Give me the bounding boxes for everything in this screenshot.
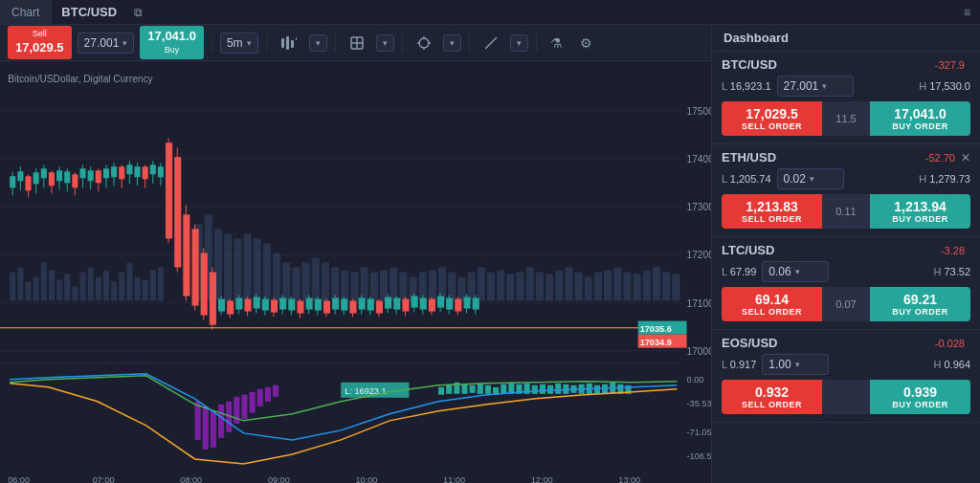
line-dropdown[interactable]: ▾ <box>510 34 528 52</box>
flask-button[interactable]: ⚗ <box>545 33 568 54</box>
btcusd-sell-label: SELL ORDER <box>742 121 802 131</box>
svg-rect-106 <box>41 168 47 178</box>
svg-rect-58 <box>302 262 310 300</box>
svg-rect-228 <box>250 392 256 413</box>
ltcusd-price-dropdown[interactable]: 0.06 ▾ <box>762 261 829 282</box>
svg-rect-253 <box>602 384 608 394</box>
svg-text:17034.9: 17034.9 <box>640 338 672 347</box>
ethusd-close[interactable]: ✕ <box>961 151 970 165</box>
detach-icon[interactable]: ⧉ <box>126 6 150 19</box>
btcusd-price: 27.001 <box>784 79 819 93</box>
svg-rect-83 <box>546 274 553 301</box>
svg-text:06:00: 06:00 <box>8 475 30 483</box>
ethusd-buy-button[interactable]: 1,213.94 BUY ORDER <box>870 194 970 229</box>
svg-rect-160 <box>262 299 269 311</box>
svg-rect-130 <box>134 166 140 177</box>
buy-price: 17,041.0 <box>147 29 196 45</box>
svg-rect-150 <box>218 299 225 312</box>
crosshair-button[interactable] <box>411 33 437 54</box>
btcusd-name: BTC/USD <box>722 57 935 72</box>
ethusd-sell-price: 1,213.83 <box>746 199 798 214</box>
chart-canvas[interactable]: 17500.0 17400 17300 17200 17100 17000 Bi… <box>0 61 711 483</box>
svg-rect-77 <box>487 273 495 301</box>
buy-label: Buy <box>165 45 180 56</box>
svg-rect-56 <box>282 262 290 300</box>
ltcusd-sell-button[interactable]: 69.14 SELL ORDER <box>722 287 822 321</box>
svg-rect-190 <box>393 298 400 310</box>
svg-rect-164 <box>279 298 286 310</box>
ltcusd-low: L 67.99 <box>722 266 756 277</box>
svg-point-7 <box>419 38 429 48</box>
svg-rect-85 <box>565 267 572 300</box>
ltcusd-buy-button[interactable]: 69.21 BUY ORDER <box>870 287 970 321</box>
price-dropdown[interactable]: 27.001 ▾ <box>78 33 135 54</box>
svg-rect-52 <box>243 233 251 300</box>
svg-rect-80 <box>516 273 523 301</box>
svg-rect-53 <box>254 238 261 300</box>
eosusd-sell-button[interactable]: 0.932 SELL ORDER <box>722 380 822 414</box>
svg-text:09:00: 09:00 <box>268 475 290 483</box>
svg-rect-238 <box>485 385 491 394</box>
svg-rect-188 <box>385 297 391 309</box>
svg-rect-178 <box>341 299 347 311</box>
svg-rect-202 <box>446 298 453 310</box>
svg-rect-71 <box>429 270 436 300</box>
eosusd-buy-button[interactable]: 0.939 BUY ORDER <box>870 380 970 414</box>
svg-rect-235 <box>461 384 467 394</box>
settings-button[interactable]: ⚙ <box>574 33 598 54</box>
ethusd-buttons: 1,213.83 SELL ORDER 0.11 1,213.94 BUY OR… <box>722 194 970 229</box>
btcusd-card: BTC/USD -327.9 L 16,923.1 27.001 ▾ H 17,… <box>712 52 980 144</box>
draw-dropdown[interactable]: ▾ <box>376 34 394 52</box>
ethusd-low: L 1,205.74 <box>722 173 771 185</box>
svg-text:17400: 17400 <box>687 154 711 165</box>
svg-rect-35 <box>72 287 78 301</box>
svg-rect-120 <box>96 170 101 183</box>
sell-label: Sell <box>33 29 47 40</box>
indicators-dropdown[interactable]: ▾ <box>309 34 327 52</box>
btcusd-buy-price: 17,041.0 <box>894 106 947 121</box>
btcusd-buy-button[interactable]: 17,041.0 BUY ORDER <box>870 101 970 136</box>
price-value: 27.001 <box>84 36 120 50</box>
ethusd-spread: 0.11 <box>822 194 870 229</box>
svg-rect-138 <box>166 143 172 238</box>
buy-button[interactable]: 17,041.0 Buy <box>140 26 204 59</box>
svg-rect-40 <box>111 282 117 301</box>
indicators-button[interactable] <box>275 33 303 54</box>
svg-rect-95 <box>662 273 670 301</box>
draw-button[interactable] <box>344 33 370 54</box>
svg-text:17500.0: 17500.0 <box>687 106 711 117</box>
crosshair-dropdown[interactable]: ▾ <box>443 34 461 52</box>
ltcusd-sell-label: SELL ORDER <box>742 307 802 317</box>
eosusd-low: L 0.917 <box>722 359 756 370</box>
svg-rect-196 <box>420 298 427 310</box>
chart-tab[interactable]: Chart <box>0 0 52 24</box>
timeframe-dropdown[interactable]: 5m ▾ <box>220 33 258 54</box>
chart-toolbar: Sell 17,029.5 27.001 ▾ 17,041.0 Buy 5m ▾ <box>0 25 711 61</box>
btcusd-sell-button[interactable]: 17,029.5 SELL ORDER <box>722 101 822 136</box>
ltcusd-row: L 67.99 0.06 ▾ H 73.52 <box>722 261 970 282</box>
eosusd-price-dropdown[interactable]: 1.00 ▾ <box>762 354 829 375</box>
btcusd-sell-price: 17,029.5 <box>746 106 798 121</box>
eosusd-card: EOS/USD -0.028 L 0.917 1.00 ▾ H 0.964 0.… <box>712 330 980 423</box>
svg-rect-76 <box>478 267 485 300</box>
chart-area: Sell 17,029.5 27.001 ▾ 17,041.0 Buy 5m ▾ <box>0 25 712 483</box>
eosusd-sell-label: SELL ORDER <box>742 400 802 409</box>
svg-rect-38 <box>96 277 101 301</box>
svg-rect-230 <box>265 387 271 402</box>
ethusd-sell-button[interactable]: 1,213.83 SELL ORDER <box>722 194 822 229</box>
ethusd-price-dropdown[interactable]: 0.02 ▾ <box>777 168 844 189</box>
svg-rect-116 <box>79 168 85 178</box>
svg-rect-112 <box>64 171 70 183</box>
svg-rect-88 <box>594 273 602 301</box>
svg-rect-114 <box>72 174 78 187</box>
eosusd-spread <box>822 380 870 414</box>
svg-rect-33 <box>56 280 62 301</box>
svg-rect-148 <box>210 273 216 325</box>
svg-rect-31 <box>41 262 47 300</box>
ethusd-buy-label: BUY ORDER <box>892 214 947 224</box>
btcusd-buy-label: BUY ORDER <box>892 121 947 131</box>
menu-icon[interactable]: ≡ <box>954 6 980 19</box>
btcusd-price-dropdown[interactable]: 27.001 ▾ <box>777 76 854 97</box>
sell-button[interactable]: Sell 17,029.5 <box>8 26 72 59</box>
line-tool[interactable] <box>478 33 504 54</box>
